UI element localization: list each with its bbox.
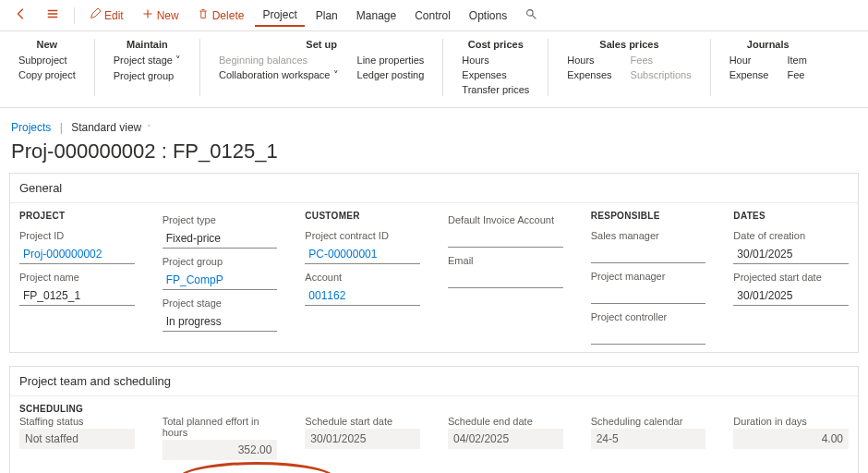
ribbon-group: Cost pricesHoursExpensesTransfer prices [443,39,549,96]
ribbon-item[interactable]: Hour [729,54,769,67]
tab-options[interactable]: Options [462,6,514,26]
account-label: Account [305,272,420,283]
ribbon-item[interactable]: Expense [729,68,769,81]
scheduling-card: Project team and scheduling SCHEDULING S… [9,366,859,473]
project-name-field[interactable]: FP_0125_1 [19,286,135,306]
arrow-left-icon [15,7,28,23]
search-button[interactable] [518,5,545,27]
dates-head: DATES [733,211,849,221]
project-controller-field[interactable] [591,326,706,345]
ribbon-item[interactable]: Fees [631,54,692,67]
schedule-start-label: Schedule start date [305,416,420,427]
svg-point-0 [527,9,534,16]
delete-button[interactable]: Delete [190,5,252,26]
responsible-head: RESPONSIBLE [591,211,706,221]
scheduling-header[interactable]: Project team and scheduling [10,367,858,396]
new-button[interactable]: New [135,5,187,26]
ribbon-item[interactable]: Line properties [357,54,425,67]
schedule-start-field: 30/01/2025 [305,429,420,449]
ribbon-group: MaintainProject stage ˅Project group [95,39,200,96]
project-group-field[interactable]: FP_CompP [163,271,278,290]
sales-manager-field[interactable] [591,245,706,263]
breadcrumb: Projects | Standard view ˅ [0,108,868,138]
ribbon-item[interactable]: Project group [114,69,181,82]
ribbon-item[interactable]: Copy project [18,68,76,81]
project-id-label: Project ID [19,230,135,241]
ribbon-item[interactable]: Item [787,54,806,67]
edit-label: Edit [104,9,124,22]
default-invoice-field[interactable] [448,229,563,248]
ribbon-group-title: Set up [219,39,424,50]
ribbon-item[interactable]: Beginning balances [219,54,339,67]
planned-effort-label: Total planned effort in hours [163,416,278,438]
ribbon-item[interactable]: Expenses [567,68,611,81]
back-button[interactable] [7,4,35,27]
breadcrumb-root[interactable]: Projects [11,121,51,134]
ribbon-group: NewSubprojectCopy project [15,39,95,96]
scheduling-calendar-label: Scheduling calendar [591,416,706,427]
tab-plan[interactable]: Plan [308,6,345,26]
ribbon-item[interactable]: Ledger posting [357,68,425,81]
ribbon-item[interactable]: Expenses [462,68,529,81]
search-icon [525,8,537,23]
ribbon-item[interactable]: Hours [462,54,529,67]
list-icon [46,7,59,23]
schedule-end-label: Schedule end date [448,416,563,427]
general-header[interactable]: General [10,174,858,203]
date-created-field[interactable]: 30/01/2025 [733,245,849,264]
projected-start-label: Projected start date [733,272,849,283]
duration-days-field: 4.00 [733,429,849,449]
scheduling-section: SCHEDULING [19,404,849,414]
planned-effort-field: 352.00 [163,440,278,460]
projected-start-field[interactable]: 30/01/2025 [733,286,849,306]
contract-id-label: Project contract ID [305,230,420,241]
ribbon-group-title: Sales prices [567,39,691,50]
trash-icon [198,8,209,22]
staffing-status-label: Staffing status [19,416,135,427]
project-manager-field[interactable] [591,285,706,304]
project-manager-label: Project manager [591,271,706,282]
project-type-field[interactable]: Fixed-price [163,229,278,249]
ribbon: NewSubprojectCopy projectMaintainProject… [0,31,868,108]
general-card: General PROJECT Project ID Proj-00000000… [9,173,859,353]
project-id-field[interactable]: Proj-000000002 [19,245,135,264]
new-label: New [157,9,179,22]
default-invoice-label: Default Invoice Account [448,214,563,225]
ribbon-item[interactable]: Transfer prices [462,83,529,96]
ribbon-group-title: Cost prices [462,39,529,50]
project-stage-field[interactable]: In progress [163,312,278,332]
ribbon-item[interactable]: Subscriptions [631,68,692,81]
annotation-circle [178,462,335,473]
breadcrumb-view[interactable]: Standard view [71,121,141,134]
account-field[interactable]: 001162 [305,286,420,306]
contract-id-field[interactable]: PC-00000001 [305,245,420,264]
breadcrumb-sep: | [60,121,63,134]
project-head: PROJECT [19,211,135,221]
project-group-label: Project group [163,256,278,267]
customer-head: CUSTOMER [305,211,420,221]
ribbon-item[interactable]: Project stage ˅ [114,54,181,67]
project-type-label: Project type [163,214,278,225]
email-field[interactable] [448,270,563,288]
scheduling-action-bar: Add Edit Booking details Specify resourc… [19,469,849,473]
tab-project[interactable]: Project [255,5,304,27]
page-title: Proj-000000002 : FP_0125_1 [0,138,868,173]
project-name-label: Project name [19,272,135,283]
tab-manage[interactable]: Manage [349,6,404,26]
ribbon-group: JournalsHourExpenseItemFee [711,39,826,96]
tab-control[interactable]: Control [407,6,458,26]
ribbon-group-title: Maintain [114,39,181,50]
delete-label: Delete [212,9,245,22]
top-toolbar: Edit New Delete Project Plan Manage Cont… [0,0,868,31]
pencil-icon [90,8,101,22]
ribbon-group-title: Journals [729,39,807,50]
edit-button[interactable]: Edit [82,5,131,26]
staffing-status-field: Not staffed [19,429,135,449]
ribbon-item[interactable]: Fee [787,68,806,81]
ribbon-item[interactable]: Collaboration workspace ˅ [219,68,339,82]
ribbon-item[interactable]: Hours [567,54,611,67]
ribbon-item[interactable]: Subproject [18,54,76,67]
list-button[interactable] [39,4,66,27]
duration-days-label: Duration in days [733,416,849,427]
project-controller-label: Project controller [591,311,706,322]
